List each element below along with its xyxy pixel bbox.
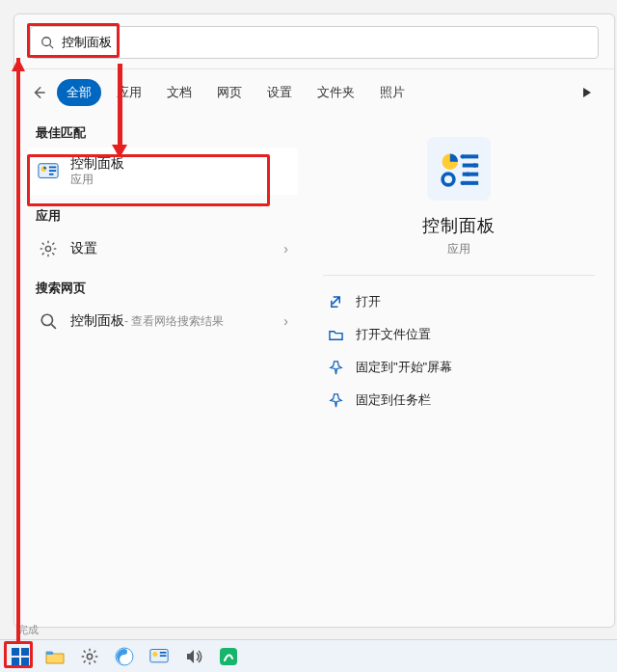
action-pin-taskbar[interactable]: 固定到任务栏 [323,384,595,417]
svg-rect-26 [463,181,479,185]
svg-line-14 [42,253,44,255]
action-open-location-label: 打开文件位置 [356,326,431,343]
folder-icon [327,328,344,342]
app-result-title: 设置 [70,240,97,257]
start-button[interactable] [8,644,33,669]
divider [323,275,595,276]
web-result-subtitle: - 查看网络搜索结果 [124,313,224,330]
search-icon-small [38,310,59,332]
volume-button[interactable] [181,644,206,669]
arrow-left-icon [32,86,45,99]
chevron-right-icon: › [283,313,288,329]
gear-icon [80,647,99,666]
back-button[interactable] [26,80,51,105]
svg-line-38 [84,650,86,652]
play-icon [583,88,591,97]
tab-apps[interactable]: 应用 [107,79,151,106]
start-search-panel: 全部 应用 文档 网页 设置 文件夹 照片 最佳匹配 [13,13,615,628]
file-explorer-button[interactable] [42,644,67,669]
svg-rect-31 [21,658,29,665]
section-web: 搜索网页 [28,275,298,303]
svg-point-25 [466,172,469,175]
svg-rect-4 [49,166,56,168]
best-match-title: 控制面板 [70,155,124,173]
results-body: 最佳匹配 控制面板 应用 应用 [14,116,614,627]
open-icon [327,295,344,309]
app-icon [219,647,238,666]
search-icon [40,36,54,49]
details-subtitle: 应用 [447,241,470,257]
action-pin-start-label: 固定到"开始"屏幕 [356,359,452,376]
svg-rect-47 [220,648,237,665]
svg-point-0 [42,38,51,46]
control-panel-icon [149,647,169,666]
tab-settings[interactable]: 设置 [257,79,302,106]
svg-point-44 [152,652,157,657]
taskbar [0,639,617,672]
section-best-match: 最佳匹配 [28,120,298,148]
windows-logo-icon [11,647,30,666]
svg-rect-24 [463,173,479,176]
svg-point-16 [41,314,52,325]
pin-icon [327,361,344,375]
sogou-button[interactable] [112,644,137,669]
status-text: 完成 [17,623,39,637]
svg-line-39 [94,660,95,662]
svg-line-41 [94,650,95,652]
folder-icon [45,647,65,666]
tab-folders[interactable]: 文件夹 [308,79,364,106]
details-title: 控制面板 [422,214,496,237]
results-left: 最佳匹配 控制面板 应用 应用 [14,116,304,627]
svg-rect-30 [12,658,19,665]
svg-rect-29 [21,648,29,656]
svg-point-23 [472,163,476,167]
control-panel-taskbar-button[interactable] [147,644,172,669]
section-apps: 应用 [28,202,298,230]
svg-rect-45 [160,652,167,654]
pin-icon [327,393,344,408]
svg-line-1 [50,45,54,49]
more-filters-button[interactable] [577,80,603,105]
tab-all[interactable]: 全部 [57,79,101,106]
svg-rect-6 [49,173,54,175]
action-pin-start[interactable]: 固定到"开始"屏幕 [323,351,595,384]
svg-rect-28 [12,648,19,656]
svg-point-27 [460,181,464,185]
search-box[interactable] [30,26,599,59]
action-open[interactable]: 打开 [323,285,595,318]
tab-web[interactable]: 网页 [207,79,252,106]
tab-docs[interactable]: 文档 [157,79,201,106]
filter-tabs: 全部 应用 文档 网页 设置 文件夹 照片 [14,69,614,116]
action-open-label: 打开 [356,293,381,310]
details-pane: 控制面板 应用 打开 打开文件位置 固定到"开始"屏幕 [304,116,614,627]
svg-rect-32 [46,652,53,655]
svg-point-7 [45,246,50,251]
gear-icon [38,238,59,259]
chevron-right-icon: › [283,241,288,256]
svg-line-40 [84,660,86,662]
svg-line-17 [51,324,56,329]
settings-taskbar-button[interactable] [77,644,102,669]
action-pin-taskbar-label: 固定到任务栏 [356,391,431,409]
svg-line-12 [42,243,44,245]
web-result[interactable]: 控制面板 - 查看网络搜索结果 › [28,303,298,339]
best-match-result[interactable]: 控制面板 应用 [28,148,298,195]
search-row [14,14,614,68]
app-result-settings[interactable]: 设置 › [28,230,298,267]
best-match-subtitle: 应用 [70,173,124,187]
svg-point-21 [460,154,464,158]
tab-photos[interactable]: 照片 [370,79,415,106]
volume-icon [184,647,203,666]
svg-rect-46 [160,655,167,657]
svg-line-13 [52,253,54,255]
svg-line-15 [52,243,54,245]
control-panel-icon [38,161,59,182]
control-panel-big-icon [427,137,491,201]
svg-point-19 [443,174,454,185]
action-open-location[interactable]: 打开文件位置 [323,318,595,351]
svg-rect-20 [463,154,479,158]
web-result-title: 控制面板 [70,312,124,330]
app-button[interactable] [216,644,241,669]
search-input[interactable] [62,36,588,50]
sogou-icon [115,647,134,666]
